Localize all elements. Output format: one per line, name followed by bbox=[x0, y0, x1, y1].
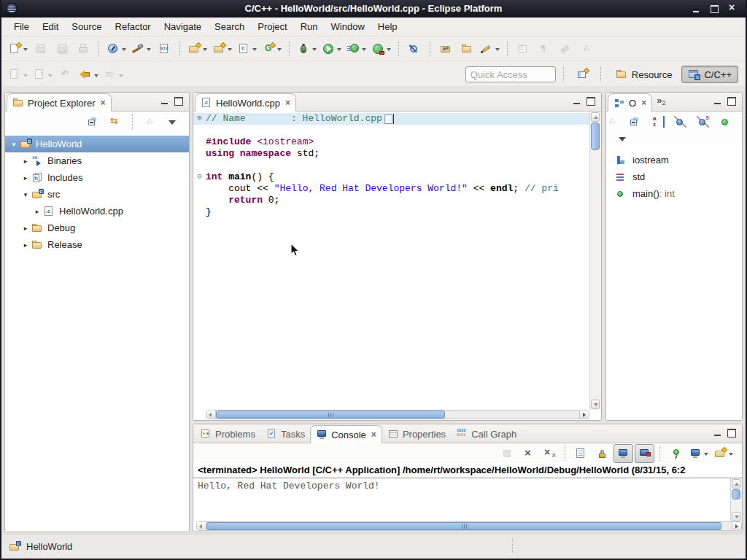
scroll-down-button[interactable] bbox=[591, 400, 600, 409]
open-perspective-button[interactable] bbox=[573, 65, 592, 84]
code-line[interactable]: #include <iostream> bbox=[193, 136, 589, 148]
menu-item-file[interactable]: File bbox=[7, 19, 36, 34]
scroll-track[interactable] bbox=[206, 522, 732, 530]
dropdown-arrow-icon[interactable] bbox=[495, 48, 500, 53]
perspective-cpp-button[interactable]: C/C++ bbox=[681, 66, 738, 83]
tab-helloworld-cpp[interactable]: HelloWorld.cpp × bbox=[195, 93, 296, 112]
dropdown-arrow-icon[interactable] bbox=[337, 48, 341, 53]
scroll-up-button[interactable] bbox=[591, 112, 600, 122]
tab-problems[interactable]: Problems bbox=[195, 425, 260, 443]
tab-call-graph[interactable]: Call Graph bbox=[451, 425, 522, 443]
tree-expander-icon[interactable]: ▾ bbox=[20, 191, 31, 198]
dropdown-arrow-icon[interactable] bbox=[23, 74, 28, 79]
coverage-button[interactable] bbox=[345, 39, 368, 58]
folded-region-box[interactable] bbox=[384, 114, 392, 124]
console-output-area[interactable]: Hello, Red Hat Developers World! bbox=[193, 478, 742, 522]
code-line[interactable]: } bbox=[193, 206, 589, 218]
scroll-thumb[interactable] bbox=[591, 122, 600, 150]
tree-expander-icon[interactable]: ▸ bbox=[20, 225, 31, 232]
new-cpp-source-folder-button[interactable] bbox=[211, 39, 234, 58]
scroll-up-button[interactable] bbox=[732, 479, 740, 489]
code-line[interactable]: ⊕// Name : HelloWorld.cpp bbox=[193, 113, 589, 125]
scroll-thumb[interactable] bbox=[206, 522, 721, 530]
dropdown-arrow-icon[interactable] bbox=[147, 48, 151, 53]
tree-item-includes[interactable]: ▸Includes bbox=[5, 169, 189, 186]
scroll-thumb[interactable] bbox=[216, 411, 445, 419]
outline-item-std[interactable]: std bbox=[606, 168, 742, 185]
tab-properties[interactable]: Properties bbox=[382, 425, 451, 443]
scroll-down-button[interactable] bbox=[732, 512, 740, 521]
menu-item-run[interactable]: Run bbox=[294, 19, 325, 34]
tab-project-explorer[interactable]: Project Explorer × bbox=[7, 93, 112, 112]
close-window-button[interactable] bbox=[729, 5, 737, 13]
hide-fields-button[interactable] bbox=[670, 112, 690, 131]
tree-expander-icon[interactable]: ▸ bbox=[20, 158, 31, 165]
tree-item-binaries[interactable]: ▸Binaries bbox=[5, 152, 189, 169]
minimize-view-button[interactable] bbox=[161, 99, 168, 104]
tree-item-debug[interactable]: ▸Debug bbox=[5, 219, 189, 236]
scroll-right-button[interactable] bbox=[732, 522, 741, 530]
dropdown-arrow-icon[interactable] bbox=[729, 453, 733, 458]
code-line[interactable] bbox=[193, 125, 589, 136]
clear-console-button[interactable] bbox=[571, 444, 591, 463]
maximize-window-button[interactable] bbox=[711, 5, 719, 13]
show-on-stderr-button[interactable] bbox=[635, 444, 654, 463]
binary-parser-button[interactable] bbox=[155, 39, 174, 58]
code-line[interactable]: using namespace std; bbox=[193, 148, 589, 160]
tab-outline[interactable]: O × bbox=[608, 93, 652, 112]
dropdown-arrow-icon[interactable] bbox=[119, 74, 123, 79]
outline-item-main[interactable]: main() : int bbox=[606, 185, 742, 202]
maximize-view-button[interactable] bbox=[727, 97, 736, 106]
menu-item-navigate[interactable]: Navigate bbox=[158, 19, 208, 34]
chevron-button[interactable] bbox=[163, 112, 182, 131]
open-console-button[interactable] bbox=[712, 444, 735, 463]
menu-item-source[interactable]: Source bbox=[65, 19, 108, 34]
code-line[interactable]: cout << "Hello, Red Hat Developers World… bbox=[193, 183, 589, 195]
dropdown-arrow-icon[interactable] bbox=[203, 48, 207, 53]
close-view-icon[interactable]: × bbox=[641, 98, 646, 107]
scroll-track[interactable] bbox=[216, 411, 579, 419]
maximize-editor-button[interactable] bbox=[587, 97, 595, 106]
show-on-stdout-button[interactable] bbox=[614, 444, 633, 463]
collapse-all-button[interactable] bbox=[625, 112, 645, 131]
dropdown-arrow-icon[interactable] bbox=[362, 48, 366, 53]
dropdown-arrow-icon[interactable] bbox=[48, 74, 53, 79]
scroll-right-button[interactable] bbox=[579, 411, 589, 419]
new-class-button[interactable] bbox=[260, 39, 284, 58]
menu-item-project[interactable]: Project bbox=[251, 19, 293, 34]
build-button[interactable] bbox=[130, 39, 153, 58]
dropdown-arrow-icon[interactable] bbox=[23, 48, 28, 53]
menu-item-search[interactable]: Search bbox=[208, 19, 251, 34]
dropdown-arrow-icon[interactable] bbox=[252, 48, 257, 53]
tree-item-release[interactable]: ▸Release bbox=[5, 236, 189, 253]
chevron-button[interactable] bbox=[613, 129, 632, 148]
scroll-lock-button[interactable] bbox=[592, 444, 612, 463]
quick-access-input[interactable] bbox=[465, 66, 556, 82]
minimize-view-button[interactable] bbox=[714, 431, 721, 436]
dropdown-arrow-icon[interactable] bbox=[122, 48, 126, 53]
profile-button[interactable] bbox=[370, 39, 393, 58]
console-vertical-scrollbar[interactable] bbox=[730, 478, 742, 522]
open-element-button[interactable] bbox=[405, 39, 425, 58]
editor-vertical-scrollbar[interactable] bbox=[589, 112, 601, 410]
sort-button[interactable] bbox=[648, 112, 667, 131]
menu-item-window[interactable]: Window bbox=[325, 19, 371, 34]
editor-horizontal-scrollbar[interactable] bbox=[206, 410, 589, 419]
fold-plus-icon[interactable]: ⊕ bbox=[193, 113, 206, 125]
tree-expander-icon[interactable]: ▾ bbox=[8, 141, 20, 148]
pin-button[interactable] bbox=[666, 444, 686, 463]
scroll-left-button[interactable] bbox=[197, 522, 206, 530]
console-horizontal-scrollbar[interactable] bbox=[196, 521, 742, 531]
code-editor[interactable]: ⊕// Name : HelloWorld.cpp#include <iostr… bbox=[193, 112, 601, 420]
back-button[interactable] bbox=[77, 65, 101, 84]
remove-launch-button[interactable] bbox=[519, 444, 538, 463]
annotations-button[interactable] bbox=[479, 39, 502, 58]
tree-item-helloworld-cpp[interactable]: ▸HelloWorld.cpp bbox=[5, 203, 189, 219]
close-view-icon[interactable]: × bbox=[100, 98, 105, 107]
run-button[interactable] bbox=[320, 39, 344, 58]
view-stack-more[interactable]: 2 bbox=[657, 96, 665, 106]
new-wizard-button[interactable] bbox=[7, 39, 30, 58]
dropdown-arrow-icon[interactable] bbox=[228, 48, 232, 53]
code-line[interactable]: return 0; bbox=[193, 195, 589, 206]
collapse-all-button[interactable] bbox=[83, 112, 103, 131]
